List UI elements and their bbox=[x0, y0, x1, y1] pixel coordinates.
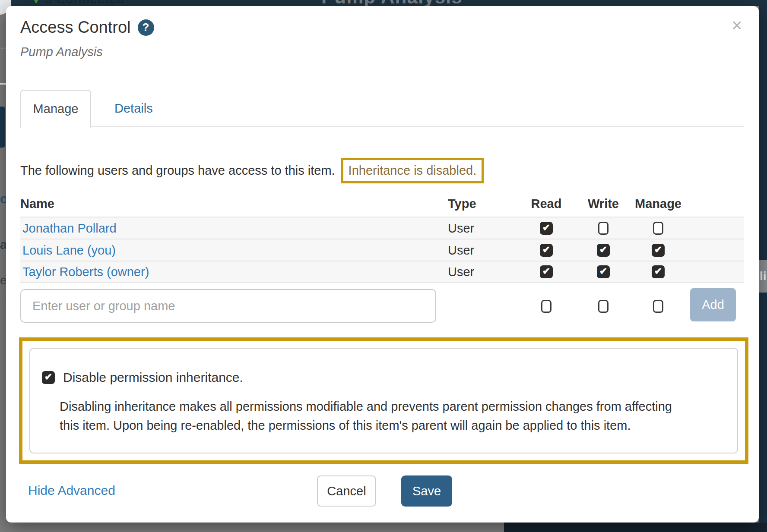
read-checkbox[interactable] bbox=[540, 265, 553, 278]
read-checkbox[interactable] bbox=[540, 244, 553, 257]
column-header-read: Read bbox=[531, 197, 562, 211]
manage-checkbox[interactable] bbox=[653, 222, 663, 235]
manage-checkbox[interactable] bbox=[652, 265, 665, 278]
write-checkbox[interactable] bbox=[597, 244, 610, 257]
add-entry-row: Add bbox=[20, 289, 744, 323]
inheritance-panel: Disable permission inheritance. Disablin… bbox=[19, 337, 748, 464]
tab-details[interactable]: Details bbox=[110, 90, 157, 127]
cancel-button[interactable]: Cancel bbox=[317, 475, 376, 507]
user-type: User bbox=[448, 264, 474, 279]
dialog-title: Access Control bbox=[20, 18, 131, 37]
column-header-type: Type bbox=[448, 197, 476, 211]
close-icon[interactable]: × bbox=[732, 16, 742, 35]
inheritance-description: Disabling inheritance makes all permissi… bbox=[60, 397, 672, 435]
background-fragment: 11 bbox=[0, 297, 6, 308]
inheritance-panel-inner: Disable permission inheritance. Disablin… bbox=[29, 348, 738, 453]
background-left-edge: … ol al er 11 bbox=[0, 0, 6, 532]
column-header-name: Name bbox=[20, 197, 54, 211]
inheritance-disabled-notice: Inheritance is disabled. bbox=[341, 158, 484, 183]
user-type: User bbox=[448, 221, 474, 235]
background-fragment: … bbox=[0, 40, 6, 52]
user-group-input[interactable] bbox=[20, 289, 436, 323]
tab-manage[interactable]: Manage bbox=[20, 90, 91, 128]
column-header-manage: Manage bbox=[635, 197, 681, 211]
background-fragment: li bbox=[759, 260, 767, 293]
table-row: Louis Lane (you) User bbox=[20, 239, 744, 261]
table-row: Jonathan Pollard User bbox=[20, 217, 744, 239]
background-app-header: ▾ 3 Connected Pump Analysis bbox=[0, 0, 767, 6]
read-checkbox[interactable] bbox=[540, 222, 553, 235]
column-header-write: Write bbox=[588, 197, 619, 211]
background-bottom-panel bbox=[504, 523, 767, 532]
user-link[interactable]: Taylor Roberts (owner) bbox=[22, 264, 149, 279]
intro-text: The following users and groups have acce… bbox=[20, 164, 335, 178]
disable-inheritance-label: Disable permission inheritance. bbox=[63, 370, 243, 385]
intro-line: The following users and groups have acce… bbox=[20, 158, 484, 183]
tab-bar: Manage Details bbox=[20, 90, 744, 127]
connected-status-label: 3 Connected bbox=[45, 0, 125, 6]
background-page-title: Pump Analysis bbox=[321, 0, 463, 6]
dialog-subtitle: Pump Analysis bbox=[20, 45, 103, 59]
write-checkbox[interactable] bbox=[598, 300, 609, 313]
screen: ▾ 3 Connected Pump Analysis … ol al er 1… bbox=[0, 0, 767, 532]
background-right-edge: li bbox=[759, 0, 767, 532]
user-link[interactable]: Jonathan Pollard bbox=[22, 221, 117, 235]
dialog-header: Access Control ? bbox=[20, 18, 154, 37]
user-link[interactable]: Louis Lane (you) bbox=[22, 243, 116, 257]
hide-advanced-link[interactable]: Hide Advanced bbox=[28, 483, 115, 498]
background-fragment: er bbox=[0, 274, 6, 287]
help-icon[interactable]: ? bbox=[138, 19, 154, 36]
background-fragment: ol bbox=[0, 192, 6, 206]
manage-checkbox[interactable] bbox=[653, 300, 663, 313]
disable-inheritance-checkbox[interactable] bbox=[42, 371, 55, 384]
inheritance-description-line: this item. Upon being re-enabled, the pe… bbox=[60, 416, 672, 435]
inheritance-description-line: Disabling inheritance makes all permissi… bbox=[60, 397, 672, 416]
permissions-table: Name Type Read Write Manage Jonathan Pol… bbox=[20, 194, 744, 323]
user-type: User bbox=[448, 243, 474, 257]
background-fragment: al bbox=[0, 237, 6, 252]
add-button[interactable]: Add bbox=[690, 288, 736, 321]
access-control-dialog: Access Control ? × Pump Analysis Manage … bbox=[6, 6, 759, 523]
manage-checkbox[interactable] bbox=[652, 244, 665, 257]
save-button[interactable]: Save bbox=[401, 475, 452, 507]
background-button-fragment bbox=[0, 107, 5, 148]
connected-status-icon: ▾ bbox=[34, 0, 38, 6]
table-header-row: Name Type Read Write Manage bbox=[20, 194, 744, 217]
table-row: Taylor Roberts (owner) User bbox=[20, 261, 744, 283]
write-checkbox[interactable] bbox=[597, 265, 610, 278]
write-checkbox[interactable] bbox=[598, 222, 609, 235]
background-divider bbox=[0, 83, 6, 85]
read-checkbox[interactable] bbox=[541, 300, 551, 313]
